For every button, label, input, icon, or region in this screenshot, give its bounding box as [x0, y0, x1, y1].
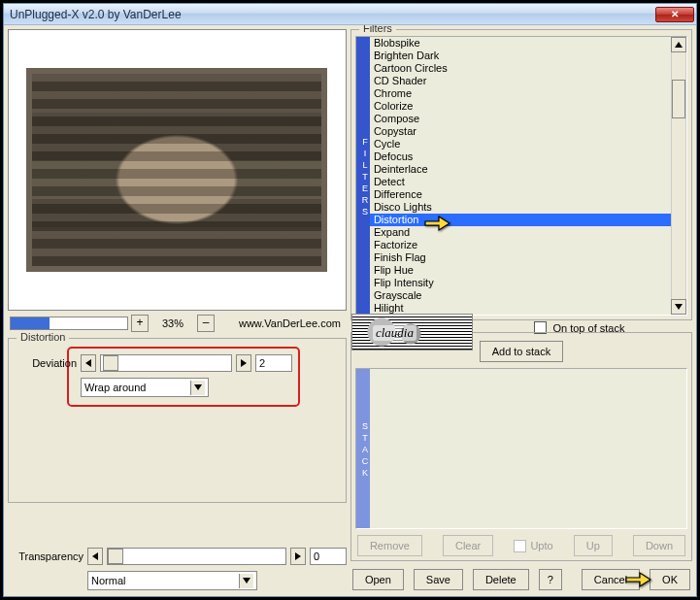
cancel-button[interactable]: Cancel [582, 569, 640, 590]
filter-item[interactable]: CD Shader [370, 75, 671, 87]
scroll-up-button[interactable] [671, 37, 686, 52]
window-title: UnPlugged-X v2.0 by VanDerLee [10, 8, 655, 21]
vendor-link[interactable]: www.VanDerLee.com [239, 317, 341, 329]
close-button[interactable]: ✕ [655, 7, 694, 22]
transparency-label: Transparency [8, 550, 83, 562]
transparency-slider[interactable] [107, 548, 286, 565]
filters-group: Filters FILTERS BlobspikeBrighten DarkCa… [350, 29, 692, 320]
zoom-fill [11, 317, 50, 329]
preview-image [26, 68, 327, 272]
chevron-down-icon [190, 381, 205, 395]
open-button[interactable]: Open [352, 569, 404, 590]
scroll-down-button[interactable] [671, 299, 686, 315]
transparency-panel: Transparency Normal [8, 548, 347, 592]
slider-thumb[interactable] [108, 549, 123, 564]
chevron-down-icon [239, 574, 253, 588]
filter-item[interactable]: Copystar [370, 125, 671, 138]
deviation-slider[interactable] [100, 354, 232, 372]
filter-item[interactable]: Compose [370, 113, 671, 125]
filter-item[interactable]: Colorize [370, 100, 671, 113]
stack-rail: STACK [356, 369, 370, 528]
scroll-thumb[interactable] [672, 80, 685, 118]
wrap-combo-label: Wrap around [84, 382, 186, 393]
filter-item[interactable]: Finish Flag [370, 251, 671, 264]
filter-item[interactable]: Expand [370, 226, 671, 239]
arrow-down-icon [675, 304, 683, 310]
zoom-percent: 33% [151, 317, 194, 329]
transparency-input[interactable] [310, 548, 347, 565]
filter-item[interactable]: Distortion [370, 214, 671, 226]
deviation-dec-button[interactable] [81, 354, 96, 372]
help-button[interactable]: ? [539, 569, 562, 590]
arrow-right-icon [295, 552, 301, 560]
filter-item[interactable]: Detect [370, 176, 671, 188]
zoom-out-button[interactable]: – [197, 315, 215, 332]
filters-scrollbar[interactable] [671, 37, 686, 315]
transparency-dec-button[interactable] [87, 548, 103, 565]
down-button[interactable]: Down [633, 535, 685, 556]
close-icon: ✕ [671, 9, 679, 19]
filter-item[interactable]: Grayscale [370, 289, 671, 302]
filter-item[interactable]: Flip Intensity [370, 277, 671, 289]
filter-item[interactable]: Disco Lights [370, 201, 671, 214]
arrow-right-icon [241, 359, 247, 367]
filters-listbox[interactable]: BlobspikeBrighten DarkCartoon CirclesCD … [370, 37, 671, 315]
arrow-up-icon [675, 42, 683, 48]
zoom-in-button[interactable]: + [131, 315, 149, 332]
filter-item[interactable]: Blobspike [370, 37, 671, 50]
save-button[interactable]: Save [414, 569, 463, 590]
filter-item[interactable]: Difference [370, 188, 671, 201]
zoom-bar[interactable] [10, 317, 128, 330]
decor-label: claudia [373, 325, 417, 341]
upto-checkbox[interactable] [514, 540, 526, 552]
arrow-left-icon [85, 359, 91, 367]
filter-item[interactable]: Flip Hue [370, 264, 671, 277]
filter-item[interactable]: Chrome [370, 87, 671, 100]
blend-mode-label: Normal [91, 575, 235, 586]
slider-thumb[interactable] [103, 355, 118, 371]
transparency-inc-button[interactable] [290, 548, 306, 565]
deviation-label: Deviation [17, 357, 77, 369]
deviation-input[interactable] [255, 354, 292, 372]
clear-button[interactable]: Clear [443, 535, 493, 556]
stack-listbox[interactable] [370, 369, 686, 528]
highlight-box: Deviation Wrap around [67, 347, 300, 407]
stack-group: Add to stack STACK Remove Clear Upto Up [350, 332, 692, 561]
delete-button[interactable]: Delete [473, 569, 529, 590]
dialog-button-row: Open Save Delete ? Cancel OK [350, 561, 692, 592]
wrap-combo[interactable]: Wrap around [81, 378, 209, 397]
up-button[interactable]: Up [574, 535, 613, 556]
filter-item[interactable]: Cartoon Circles [370, 62, 671, 75]
preview-panel [8, 29, 347, 311]
distortion-group: Distortion Deviation Wrap around [8, 338, 347, 503]
filter-item[interactable]: Defocus [370, 150, 671, 163]
filter-item[interactable]: Factorize [370, 239, 671, 251]
remove-button[interactable]: Remove [357, 535, 422, 556]
filters-legend: Filters [359, 25, 396, 34]
filters-rail: FILTERS [356, 37, 370, 315]
deviation-inc-button[interactable] [236, 354, 251, 372]
add-to-stack-button[interactable]: Add to stack [480, 341, 564, 362]
filter-item[interactable]: Brighten Dark [370, 50, 671, 62]
filter-item[interactable]: Cycle [370, 138, 671, 150]
filter-item[interactable]: Deinterlace [370, 163, 671, 176]
titlebar: UnPlugged-X v2.0 by VanDerLee ✕ [4, 4, 696, 25]
distortion-legend: Distortion [17, 331, 69, 343]
blend-mode-combo[interactable]: Normal [87, 571, 257, 590]
ok-button[interactable]: OK [650, 569, 690, 590]
upto-label: Upto [530, 540, 552, 551]
arrow-left-icon [92, 552, 98, 560]
scroll-track[interactable] [671, 52, 686, 299]
